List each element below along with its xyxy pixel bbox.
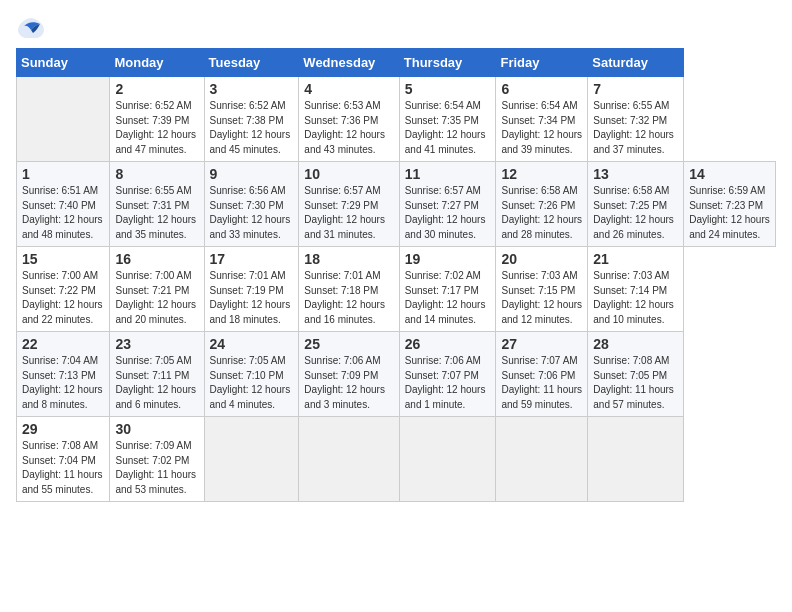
calendar-cell: 29 Sunrise: 7:08 AMSunset: 7:04 PMDaylig… xyxy=(17,417,110,502)
calendar-cell: 26 Sunrise: 7:06 AMSunset: 7:07 PMDaylig… xyxy=(399,332,496,417)
day-number: 1 xyxy=(22,166,104,182)
day-number: 25 xyxy=(304,336,393,352)
calendar-week-row: 29 Sunrise: 7:08 AMSunset: 7:04 PMDaylig… xyxy=(17,417,776,502)
day-info: Sunrise: 7:09 AMSunset: 7:02 PMDaylight:… xyxy=(115,440,196,495)
day-info: Sunrise: 6:52 AMSunset: 7:38 PMDaylight:… xyxy=(210,100,291,155)
calendar-cell: 6 Sunrise: 6:54 AMSunset: 7:34 PMDayligh… xyxy=(496,77,588,162)
logo-bird-icon xyxy=(16,16,44,38)
calendar-cell: 4 Sunrise: 6:53 AMSunset: 7:36 PMDayligh… xyxy=(299,77,399,162)
calendar-cell xyxy=(204,417,299,502)
day-number: 26 xyxy=(405,336,491,352)
day-number: 2 xyxy=(115,81,198,97)
day-info: Sunrise: 6:57 AMSunset: 7:29 PMDaylight:… xyxy=(304,185,385,240)
calendar-cell: 9 Sunrise: 6:56 AMSunset: 7:30 PMDayligh… xyxy=(204,162,299,247)
day-info: Sunrise: 6:59 AMSunset: 7:23 PMDaylight:… xyxy=(689,185,770,240)
day-header-friday: Friday xyxy=(496,49,588,77)
day-number: 11 xyxy=(405,166,491,182)
calendar-cell: 2 Sunrise: 6:52 AMSunset: 7:39 PMDayligh… xyxy=(110,77,204,162)
day-info: Sunrise: 7:06 AMSunset: 7:09 PMDaylight:… xyxy=(304,355,385,410)
day-info: Sunrise: 6:58 AMSunset: 7:26 PMDaylight:… xyxy=(501,185,582,240)
day-header-saturday: Saturday xyxy=(588,49,684,77)
calendar-cell xyxy=(496,417,588,502)
day-number: 15 xyxy=(22,251,104,267)
day-info: Sunrise: 6:52 AMSunset: 7:39 PMDaylight:… xyxy=(115,100,196,155)
calendar-cell: 30 Sunrise: 7:09 AMSunset: 7:02 PMDaylig… xyxy=(110,417,204,502)
calendar-cell: 23 Sunrise: 7:05 AMSunset: 7:11 PMDaylig… xyxy=(110,332,204,417)
day-number: 23 xyxy=(115,336,198,352)
day-info: Sunrise: 7:07 AMSunset: 7:06 PMDaylight:… xyxy=(501,355,582,410)
day-info: Sunrise: 7:03 AMSunset: 7:14 PMDaylight:… xyxy=(593,270,674,325)
day-number: 21 xyxy=(593,251,678,267)
day-info: Sunrise: 6:56 AMSunset: 7:30 PMDaylight:… xyxy=(210,185,291,240)
day-number: 27 xyxy=(501,336,582,352)
day-header-monday: Monday xyxy=(110,49,204,77)
calendar-cell: 12 Sunrise: 6:58 AMSunset: 7:26 PMDaylig… xyxy=(496,162,588,247)
day-info: Sunrise: 6:54 AMSunset: 7:35 PMDaylight:… xyxy=(405,100,486,155)
day-header-tuesday: Tuesday xyxy=(204,49,299,77)
day-info: Sunrise: 7:05 AMSunset: 7:11 PMDaylight:… xyxy=(115,355,196,410)
day-number: 20 xyxy=(501,251,582,267)
day-info: Sunrise: 7:08 AMSunset: 7:04 PMDaylight:… xyxy=(22,440,103,495)
day-info: Sunrise: 7:05 AMSunset: 7:10 PMDaylight:… xyxy=(210,355,291,410)
day-number: 10 xyxy=(304,166,393,182)
day-number: 7 xyxy=(593,81,678,97)
day-info: Sunrise: 6:55 AMSunset: 7:32 PMDaylight:… xyxy=(593,100,674,155)
calendar-cell: 1 Sunrise: 6:51 AMSunset: 7:40 PMDayligh… xyxy=(17,162,110,247)
day-info: Sunrise: 7:00 AMSunset: 7:21 PMDaylight:… xyxy=(115,270,196,325)
day-info: Sunrise: 7:06 AMSunset: 7:07 PMDaylight:… xyxy=(405,355,486,410)
calendar-cell xyxy=(399,417,496,502)
logo xyxy=(16,16,48,38)
calendar-cell: 14 Sunrise: 6:59 AMSunset: 7:23 PMDaylig… xyxy=(684,162,776,247)
day-info: Sunrise: 7:01 AMSunset: 7:19 PMDaylight:… xyxy=(210,270,291,325)
day-info: Sunrise: 7:03 AMSunset: 7:15 PMDaylight:… xyxy=(501,270,582,325)
day-info: Sunrise: 6:58 AMSunset: 7:25 PMDaylight:… xyxy=(593,185,674,240)
calendar-cell: 13 Sunrise: 6:58 AMSunset: 7:25 PMDaylig… xyxy=(588,162,684,247)
day-number: 30 xyxy=(115,421,198,437)
day-number: 13 xyxy=(593,166,678,182)
calendar-cell: 17 Sunrise: 7:01 AMSunset: 7:19 PMDaylig… xyxy=(204,247,299,332)
day-number: 22 xyxy=(22,336,104,352)
calendar-cell: 8 Sunrise: 6:55 AMSunset: 7:31 PMDayligh… xyxy=(110,162,204,247)
calendar-cell: 7 Sunrise: 6:55 AMSunset: 7:32 PMDayligh… xyxy=(588,77,684,162)
calendar-cell: 18 Sunrise: 7:01 AMSunset: 7:18 PMDaylig… xyxy=(299,247,399,332)
day-number: 18 xyxy=(304,251,393,267)
day-number: 19 xyxy=(405,251,491,267)
day-number: 5 xyxy=(405,81,491,97)
calendar-cell: 19 Sunrise: 7:02 AMSunset: 7:17 PMDaylig… xyxy=(399,247,496,332)
day-number: 3 xyxy=(210,81,294,97)
day-header-sunday: Sunday xyxy=(17,49,110,77)
calendar-cell: 15 Sunrise: 7:00 AMSunset: 7:22 PMDaylig… xyxy=(17,247,110,332)
calendar-header-row: SundayMondayTuesdayWednesdayThursdayFrid… xyxy=(17,49,776,77)
calendar-week-row: 2 Sunrise: 6:52 AMSunset: 7:39 PMDayligh… xyxy=(17,77,776,162)
calendar-cell: 5 Sunrise: 6:54 AMSunset: 7:35 PMDayligh… xyxy=(399,77,496,162)
day-number: 8 xyxy=(115,166,198,182)
day-number: 24 xyxy=(210,336,294,352)
calendar-cell: 21 Sunrise: 7:03 AMSunset: 7:14 PMDaylig… xyxy=(588,247,684,332)
calendar-week-row: 15 Sunrise: 7:00 AMSunset: 7:22 PMDaylig… xyxy=(17,247,776,332)
day-info: Sunrise: 7:08 AMSunset: 7:05 PMDaylight:… xyxy=(593,355,674,410)
day-info: Sunrise: 7:01 AMSunset: 7:18 PMDaylight:… xyxy=(304,270,385,325)
day-info: Sunrise: 7:00 AMSunset: 7:22 PMDaylight:… xyxy=(22,270,103,325)
day-info: Sunrise: 6:55 AMSunset: 7:31 PMDaylight:… xyxy=(115,185,196,240)
day-number: 28 xyxy=(593,336,678,352)
calendar-cell: 16 Sunrise: 7:00 AMSunset: 7:21 PMDaylig… xyxy=(110,247,204,332)
calendar-cell: 27 Sunrise: 7:07 AMSunset: 7:06 PMDaylig… xyxy=(496,332,588,417)
header xyxy=(16,16,776,38)
day-info: Sunrise: 6:53 AMSunset: 7:36 PMDaylight:… xyxy=(304,100,385,155)
calendar-cell: 25 Sunrise: 7:06 AMSunset: 7:09 PMDaylig… xyxy=(299,332,399,417)
day-number: 4 xyxy=(304,81,393,97)
calendar-cell: 10 Sunrise: 6:57 AMSunset: 7:29 PMDaylig… xyxy=(299,162,399,247)
calendar-cell: 3 Sunrise: 6:52 AMSunset: 7:38 PMDayligh… xyxy=(204,77,299,162)
calendar-cell: 11 Sunrise: 6:57 AMSunset: 7:27 PMDaylig… xyxy=(399,162,496,247)
day-header-wednesday: Wednesday xyxy=(299,49,399,77)
day-number: 16 xyxy=(115,251,198,267)
calendar-week-row: 22 Sunrise: 7:04 AMSunset: 7:13 PMDaylig… xyxy=(17,332,776,417)
day-number: 17 xyxy=(210,251,294,267)
day-info: Sunrise: 7:04 AMSunset: 7:13 PMDaylight:… xyxy=(22,355,103,410)
calendar-cell: 20 Sunrise: 7:03 AMSunset: 7:15 PMDaylig… xyxy=(496,247,588,332)
calendar-table: SundayMondayTuesdayWednesdayThursdayFrid… xyxy=(16,48,776,502)
day-number: 12 xyxy=(501,166,582,182)
calendar-cell: 28 Sunrise: 7:08 AMSunset: 7:05 PMDaylig… xyxy=(588,332,684,417)
day-number: 14 xyxy=(689,166,770,182)
calendar-cell xyxy=(17,77,110,162)
